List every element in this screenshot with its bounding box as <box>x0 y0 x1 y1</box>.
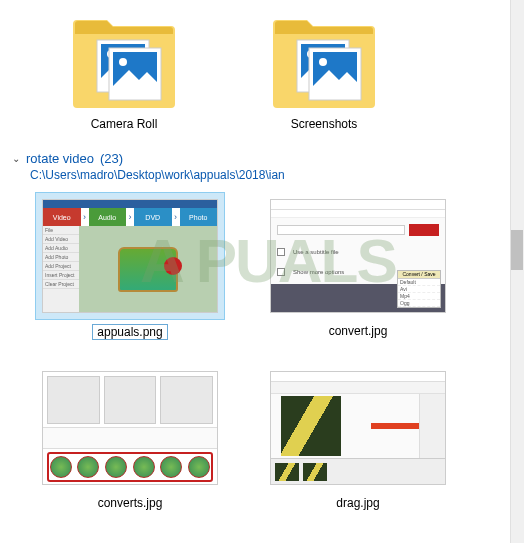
thumbnail-preview: Video› Audio› DVD› Photo FileAdd Video A… <box>42 199 218 313</box>
file-label: drag.jpg <box>336 496 379 510</box>
scrollbar-thumb[interactable] <box>511 230 523 270</box>
thumbnail-preview: Use a subtitle file Show more options Co… <box>270 199 446 313</box>
folder-label: Screenshots <box>291 117 358 131</box>
file-appuals-png[interactable]: Video› Audio› DVD› Photo FileAdd Video A… <box>30 192 230 340</box>
vertical-scrollbar[interactable] <box>510 0 524 543</box>
folder-camera-roll[interactable]: Camera Roll <box>44 16 204 131</box>
group-name: rotate video <box>26 151 94 166</box>
folder-icon <box>269 16 379 111</box>
thumbnail-frame <box>263 364 453 492</box>
folder-label: Camera Roll <box>91 117 158 131</box>
group-header[interactable]: ⌄ rotate video (23) <box>12 151 506 166</box>
file-converts-jpg[interactable]: converts.jpg <box>30 364 230 510</box>
thumbnail-frame: Use a subtitle file Show more options Co… <box>263 192 453 320</box>
folder-row: Camera Roll Screenshots <box>20 8 506 145</box>
arrow-icon <box>371 423 421 429</box>
file-drag-jpg[interactable]: drag.jpg <box>258 364 458 510</box>
group-path: C:\Users\madro\Desktop\work\appuals\2018… <box>30 168 506 182</box>
svg-point-11 <box>319 58 327 66</box>
file-label: appuals.png <box>92 324 167 340</box>
thumbnail-frame <box>35 364 225 492</box>
folder-screenshots[interactable]: Screenshots <box>244 16 404 131</box>
svg-point-5 <box>119 58 127 66</box>
group-count: (23) <box>100 151 123 166</box>
thumbnail-preview <box>42 371 218 485</box>
file-label: convert.jpg <box>329 324 388 338</box>
thumbnail-frame: Video› Audio› DVD› Photo FileAdd Video A… <box>35 192 225 320</box>
thumbnail-preview <box>270 371 446 485</box>
thumbnail-grid: Video› Audio› DVD› Photo FileAdd Video A… <box>20 192 506 510</box>
file-label: converts.jpg <box>98 496 163 510</box>
file-explorer-content: Camera Roll Screenshots ⌄ <box>0 0 510 543</box>
file-convert-jpg[interactable]: Use a subtitle file Show more options Co… <box>258 192 458 340</box>
chevron-down-icon: ⌄ <box>12 153 20 164</box>
folder-icon <box>69 16 179 111</box>
